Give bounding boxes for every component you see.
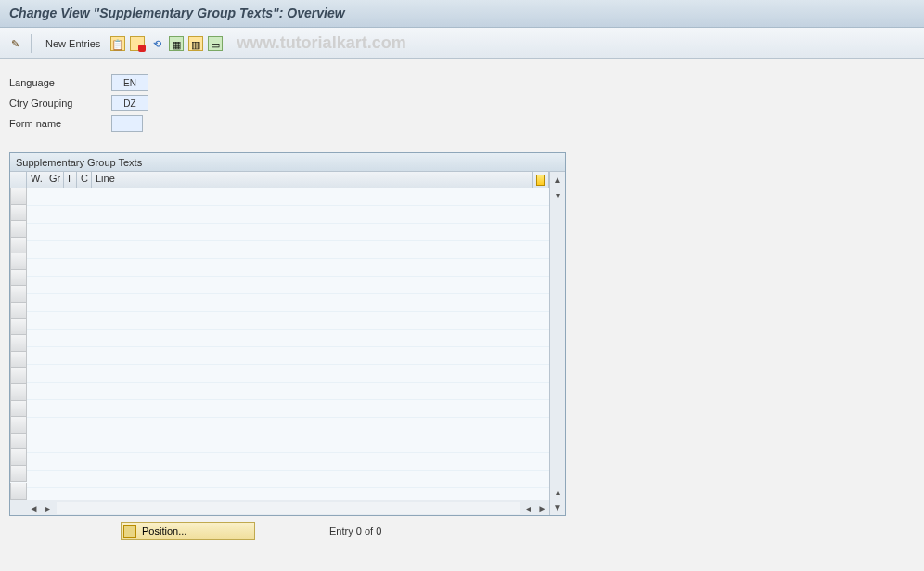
scroll-down-button[interactable]: ▴ [551,485,565,499]
position-label: Position... [142,526,186,537]
col-header-select[interactable] [10,172,27,188]
pencil-icon[interactable]: ✎ [7,36,22,51]
row-selector[interactable] [10,205,27,222]
col-header-i[interactable]: I [64,172,77,188]
row-selector[interactable] [10,483,27,500]
group-texts-panel: Supplementary Group Texts W. Gr I C Line [9,152,566,516]
row-selector[interactable] [10,286,27,303]
h-scroll-track[interactable] [57,502,520,514]
entry-count-text: Entry 0 of 0 [329,526,381,537]
column-header-row: W. Gr I C Line [10,172,549,188]
select-all-icon[interactable]: ▦ [169,36,184,51]
table-wrapper: W. Gr I C Line [10,172,565,515]
row-selector[interactable] [10,253,27,270]
panel-title-bar: Supplementary Group Texts [10,153,565,172]
col-config-button[interactable] [533,172,549,188]
grid-area: W. Gr I C Line [10,172,549,515]
row-selector[interactable] [10,319,27,336]
row-selector[interactable] [10,417,27,434]
position-button[interactable]: Position... [121,522,255,540]
scroll-right-step-button[interactable]: ◂ [521,501,535,515]
form-name-label: Form name [9,118,111,129]
delete-icon[interactable] [130,36,145,51]
form-name-value[interactable] [111,115,143,132]
panel-title-text: Supplementary Group Texts [16,157,142,168]
language-label: Language [9,77,111,88]
horizontal-scrollbar: ◄ ▸ ◂ ► [10,500,549,515]
row-selector[interactable] [10,238,27,254]
deselect-icon[interactable]: ▭ [208,36,223,51]
row-selector[interactable] [10,335,27,352]
row-selector[interactable] [10,384,27,401]
col-header-line[interactable]: Line [92,172,533,188]
scroll-bottom-button[interactable]: ▼ [551,500,565,514]
row-selector[interactable] [10,352,27,369]
col-header-c[interactable]: C [77,172,92,188]
table-rows[interactable] [10,188,549,500]
row-selector[interactable] [10,401,27,418]
col-header-w[interactable]: W. [27,172,45,188]
undo-icon[interactable]: ⟲ [149,36,164,51]
scroll-up-button[interactable]: ▾ [551,188,565,202]
scroll-left-button[interactable]: ◄ [27,501,41,515]
position-icon [123,525,136,538]
row-selector[interactable] [10,434,27,450]
new-entries-button[interactable]: New Entries [40,38,106,49]
col-header-gr[interactable]: Gr [45,172,64,188]
title-bar: Change View "Supplementary Group Texts":… [0,0,924,28]
row-selector[interactable] [10,466,27,483]
copy-icon[interactable]: 📋 [110,36,125,51]
row-selector[interactable] [10,449,27,466]
vertical-scrollbar: ▲ ▾ ▴ ▼ [549,172,565,515]
page-title: Change View "Supplementary Group Texts":… [9,6,345,20]
ctry-grouping-label: Ctry Grouping [9,97,111,109]
header-form: Language EN Ctry Grouping DZ Form name [0,59,924,143]
row-selector[interactable] [10,303,27,319]
app-toolbar: ✎ New Entries 📋 ⟲ ▦ ▥ ▭ www.tutorialkart… [0,28,924,59]
select-block-icon[interactable]: ▥ [188,36,203,51]
config-icon [536,175,545,186]
footer-bar: Position... Entry 0 of 0 [0,517,924,545]
ctry-grouping-value[interactable]: DZ [111,95,148,111]
toolbar-separator [31,34,32,53]
language-value[interactable]: EN [111,74,148,91]
scroll-right-button[interactable]: ► [535,501,549,515]
scroll-left-step-button[interactable]: ▸ [41,501,55,515]
row-selector[interactable] [10,188,27,205]
row-selector-column [10,188,27,500]
row-selector[interactable] [10,368,27,384]
scroll-top-button[interactable]: ▲ [551,173,565,187]
row-selector[interactable] [10,270,27,287]
watermark-text: www.tutorialkart.com [237,33,405,53]
row-selector[interactable] [10,221,27,238]
